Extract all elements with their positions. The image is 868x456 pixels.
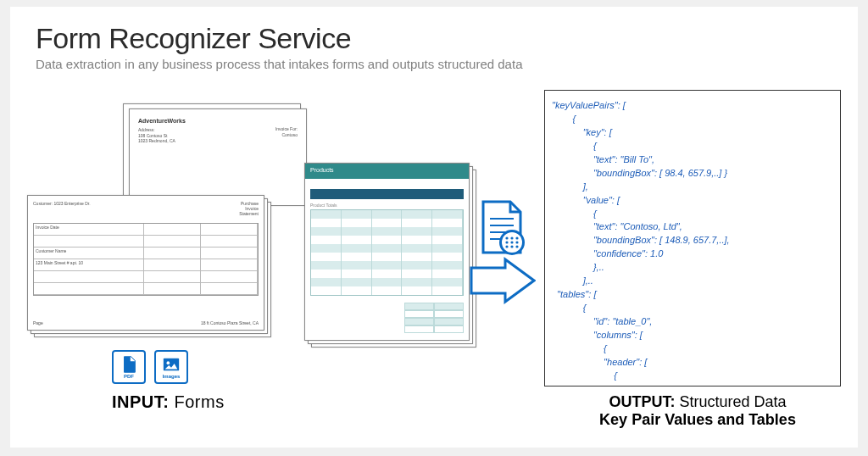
svg-point-9 <box>510 236 513 239</box>
svg-point-14 <box>505 245 508 247</box>
json-line: { <box>552 370 617 381</box>
json-line: },.. <box>552 262 604 272</box>
transform-icon <box>468 200 536 310</box>
input-area: AdventureWorks Address: 108 Contoso St 1… <box>27 108 468 363</box>
pdf-icon: PDF <box>112 350 146 384</box>
sample-table-grid <box>310 209 464 296</box>
page-title: Form Recognizer Service <box>36 22 832 55</box>
sample-table-totals <box>404 303 464 333</box>
json-line: { <box>552 209 597 219</box>
svg-point-10 <box>515 236 518 239</box>
sample-form-grid: Invoice Date Customer Name 123 Main Stre… <box>33 223 259 296</box>
json-line: "text": "Item #", <box>552 384 676 386</box>
json-line: { <box>552 114 576 124</box>
json-line: "text": "Bill To", <box>552 154 654 164</box>
json-line: "boundingBox": [ 98.4, 657.9,..] } <box>552 168 727 178</box>
sample-invoice-for: Invoice For: Contoso <box>275 126 298 137</box>
svg-point-15 <box>510 245 513 247</box>
json-line: { <box>552 343 607 353</box>
sample-company: AdventureWorks <box>138 118 298 124</box>
json-line: "key": [ <box>552 127 612 137</box>
sample-form: Customer: 1023 Enterprise Dr. Purchase I… <box>27 195 264 331</box>
input-format-icons: PDF Images <box>112 350 188 384</box>
json-line: ], <box>552 181 588 192</box>
svg-point-13 <box>515 241 518 243</box>
json-line: "id": "table_0", <box>552 316 652 326</box>
json-line: "tables": [ <box>552 289 596 299</box>
svg-point-12 <box>510 241 513 243</box>
json-line: "value": [ <box>552 195 620 205</box>
json-line: "boundingBox": [ 148.9, 657.7,..], <box>552 235 730 245</box>
images-icon: Images <box>154 350 188 384</box>
input-label: INPUT: Forms <box>112 392 225 412</box>
output-label: OUTPUT: Structured Data Key Pair Values … <box>549 393 846 429</box>
json-line: { <box>552 303 586 313</box>
sample-letter: AdventureWorks Address: 108 Contoso St 1… <box>129 108 307 206</box>
output-json-panel: "keyValuePairs": [ { "key": [ { "text": … <box>544 90 841 386</box>
json-line: "confidence": 1.0 <box>552 248 663 259</box>
sample-address: Address: 108 Contoso St 1023 Redmond, CA <box>138 127 298 144</box>
svg-point-11 <box>505 241 508 243</box>
json-line: ],.. <box>552 275 593 286</box>
json-line: { <box>552 141 597 151</box>
json-line: "columns": [ <box>552 330 643 340</box>
sample-table: Products Product Totals <box>304 163 470 341</box>
page-subtitle: Data extraction in any business process … <box>36 57 832 71</box>
json-line: "keyValuePairs": [ <box>552 100 626 110</box>
json-line: "header": [ <box>552 357 647 367</box>
svg-point-16 <box>515 245 518 247</box>
json-line: "text": "Contoso, Ltd", <box>552 221 682 231</box>
svg-point-8 <box>505 236 508 239</box>
svg-point-1 <box>167 361 170 364</box>
slide: Form Recognizer Service Data extraction … <box>10 7 858 448</box>
sample-table-header: Products <box>305 164 469 179</box>
